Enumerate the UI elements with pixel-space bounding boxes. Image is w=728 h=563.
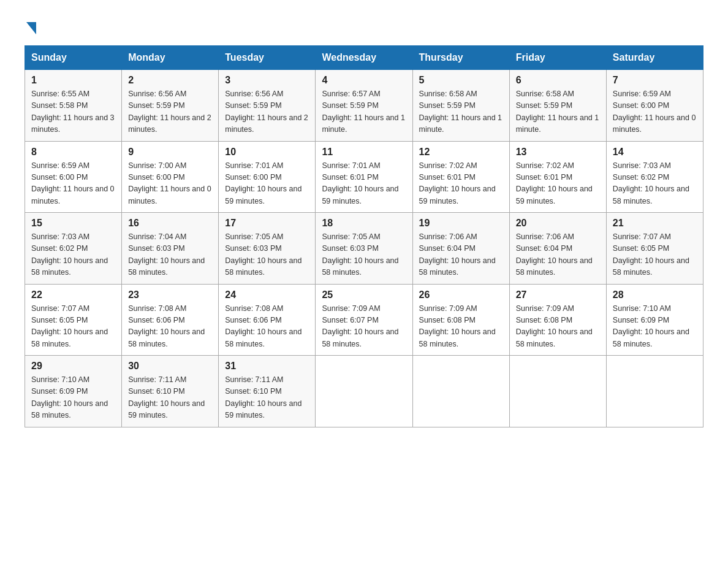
- calendar-cell: 20 Sunrise: 7:06 AMSunset: 6:04 PMDaylig…: [509, 213, 606, 285]
- header-monday: Monday: [122, 46, 219, 70]
- day-info: Sunrise: 6:56 AMSunset: 5:59 PMDaylight:…: [128, 90, 211, 134]
- week-row-2: 8 Sunrise: 6:59 AMSunset: 6:00 PMDayligh…: [25, 141, 703, 213]
- day-number: 10: [225, 147, 309, 158]
- day-number: 15: [31, 218, 115, 229]
- calendar-cell: 19 Sunrise: 7:06 AMSunset: 6:04 PMDaylig…: [412, 213, 509, 285]
- calendar-cell: 29 Sunrise: 7:10 AMSunset: 6:09 PMDaylig…: [25, 356, 122, 427]
- week-row-4: 22 Sunrise: 7:07 AMSunset: 6:05 PMDaylig…: [25, 284, 703, 356]
- day-number: 7: [613, 75, 697, 86]
- day-info: Sunrise: 7:09 AMSunset: 6:08 PMDaylight:…: [419, 304, 496, 348]
- calendar-cell: [509, 356, 606, 427]
- day-info: Sunrise: 7:09 AMSunset: 6:07 PMDaylight:…: [322, 304, 398, 348]
- day-info: Sunrise: 7:11 AMSunset: 6:10 PMDaylight:…: [128, 375, 205, 419]
- calendar-cell: 30 Sunrise: 7:11 AMSunset: 6:10 PMDaylig…: [122, 356, 219, 427]
- day-info: Sunrise: 6:56 AMSunset: 5:59 PMDaylight:…: [225, 90, 308, 134]
- page-header: [25, 18, 703, 34]
- header-thursday: Thursday: [412, 46, 509, 70]
- calendar-cell: 5 Sunrise: 6:58 AMSunset: 5:59 PMDayligh…: [412, 70, 509, 142]
- day-number: 12: [419, 147, 503, 158]
- week-row-3: 15 Sunrise: 7:03 AMSunset: 6:02 PMDaylig…: [25, 213, 703, 285]
- day-number: 25: [322, 289, 406, 301]
- day-info: Sunrise: 7:08 AMSunset: 6:06 PMDaylight:…: [225, 304, 301, 348]
- calendar-cell: 31 Sunrise: 7:11 AMSunset: 6:10 PMDaylig…: [219, 356, 316, 427]
- calendar-cell: [316, 356, 412, 427]
- day-info: Sunrise: 7:05 AMSunset: 6:03 PMDaylight:…: [225, 232, 301, 277]
- day-number: 13: [516, 147, 600, 158]
- calendar-cell: 8 Sunrise: 6:59 AMSunset: 6:00 PMDayligh…: [25, 141, 122, 213]
- calendar-cell: 4 Sunrise: 6:57 AMSunset: 5:59 PMDayligh…: [316, 70, 412, 142]
- day-number: 2: [128, 75, 212, 86]
- calendar-cell: 12 Sunrise: 7:02 AMSunset: 6:01 PMDaylig…: [412, 141, 509, 213]
- calendar-cell: 10 Sunrise: 7:01 AMSunset: 6:00 PMDaylig…: [219, 141, 316, 213]
- day-info: Sunrise: 7:11 AMSunset: 6:10 PMDaylight:…: [225, 375, 301, 419]
- day-info: Sunrise: 7:05 AMSunset: 6:03 PMDaylight:…: [322, 232, 398, 277]
- calendar-cell: 26 Sunrise: 7:09 AMSunset: 6:08 PMDaylig…: [412, 284, 509, 356]
- day-info: Sunrise: 7:07 AMSunset: 6:05 PMDaylight:…: [31, 304, 108, 348]
- day-number: 1: [31, 75, 115, 86]
- week-row-5: 29 Sunrise: 7:10 AMSunset: 6:09 PMDaylig…: [25, 356, 703, 427]
- day-number: 29: [31, 361, 115, 372]
- day-info: Sunrise: 7:10 AMSunset: 6:09 PMDaylight:…: [613, 304, 689, 348]
- day-info: Sunrise: 7:10 AMSunset: 6:09 PMDaylight:…: [31, 375, 108, 419]
- day-info: Sunrise: 7:08 AMSunset: 6:06 PMDaylight:…: [128, 304, 205, 348]
- day-info: Sunrise: 6:57 AMSunset: 5:59 PMDaylight:…: [322, 90, 405, 134]
- calendar-cell: 21 Sunrise: 7:07 AMSunset: 6:05 PMDaylig…: [606, 213, 703, 285]
- day-number: 16: [128, 218, 212, 229]
- day-number: 14: [613, 147, 697, 158]
- day-info: Sunrise: 6:55 AMSunset: 5:58 PMDaylight:…: [31, 90, 115, 134]
- day-info: Sunrise: 6:58 AMSunset: 5:59 PMDaylight:…: [419, 90, 502, 134]
- day-info: Sunrise: 7:09 AMSunset: 6:08 PMDaylight:…: [516, 304, 593, 348]
- calendar-cell: 16 Sunrise: 7:04 AMSunset: 6:03 PMDaylig…: [122, 213, 219, 285]
- calendar-cell: 28 Sunrise: 7:10 AMSunset: 6:09 PMDaylig…: [606, 284, 703, 356]
- day-info: Sunrise: 7:01 AMSunset: 6:00 PMDaylight:…: [225, 161, 301, 205]
- calendar-cell: 6 Sunrise: 6:58 AMSunset: 5:59 PMDayligh…: [509, 70, 606, 142]
- day-number: 17: [225, 218, 309, 229]
- calendar-cell: 25 Sunrise: 7:09 AMSunset: 6:07 PMDaylig…: [316, 284, 412, 356]
- day-info: Sunrise: 7:06 AMSunset: 6:04 PMDaylight:…: [516, 232, 593, 277]
- calendar-cell: [606, 356, 703, 427]
- header-sunday: Sunday: [25, 46, 122, 70]
- day-info: Sunrise: 7:02 AMSunset: 6:01 PMDaylight:…: [516, 161, 593, 205]
- day-info: Sunrise: 6:59 AMSunset: 6:00 PMDaylight:…: [31, 161, 115, 205]
- day-number: 31: [225, 361, 309, 372]
- logo: [25, 18, 36, 34]
- day-number: 26: [419, 289, 503, 301]
- day-number: 21: [613, 218, 697, 229]
- calendar-table: SundayMondayTuesdayWednesdayThursdayFrid…: [25, 45, 703, 427]
- calendar-cell: 13 Sunrise: 7:02 AMSunset: 6:01 PMDaylig…: [509, 141, 606, 213]
- calendar-cell: 11 Sunrise: 7:01 AMSunset: 6:01 PMDaylig…: [316, 141, 412, 213]
- calendar-cell: 27 Sunrise: 7:09 AMSunset: 6:08 PMDaylig…: [509, 284, 606, 356]
- calendar-cell: 22 Sunrise: 7:07 AMSunset: 6:05 PMDaylig…: [25, 284, 122, 356]
- week-row-1: 1 Sunrise: 6:55 AMSunset: 5:58 PMDayligh…: [25, 70, 703, 142]
- calendar-cell: 18 Sunrise: 7:05 AMSunset: 6:03 PMDaylig…: [316, 213, 412, 285]
- header-wednesday: Wednesday: [316, 46, 412, 70]
- day-number: 4: [322, 75, 406, 86]
- day-number: 27: [516, 289, 600, 301]
- header-row: SundayMondayTuesdayWednesdayThursdayFrid…: [25, 46, 703, 70]
- header-friday: Friday: [509, 46, 606, 70]
- logo-arrow-icon: [26, 22, 36, 34]
- calendar-cell: 9 Sunrise: 7:00 AMSunset: 6:00 PMDayligh…: [122, 141, 219, 213]
- day-number: 22: [31, 289, 115, 301]
- day-number: 11: [322, 147, 406, 158]
- calendar-cell: 1 Sunrise: 6:55 AMSunset: 5:58 PMDayligh…: [25, 70, 122, 142]
- day-number: 9: [128, 147, 212, 158]
- day-info: Sunrise: 6:59 AMSunset: 6:00 PMDaylight:…: [613, 90, 696, 134]
- calendar-cell: 15 Sunrise: 7:03 AMSunset: 6:02 PMDaylig…: [25, 213, 122, 285]
- day-number: 24: [225, 289, 309, 301]
- calendar-cell: [412, 356, 509, 427]
- day-number: 8: [31, 147, 115, 158]
- calendar-cell: 23 Sunrise: 7:08 AMSunset: 6:06 PMDaylig…: [122, 284, 219, 356]
- day-number: 6: [516, 75, 600, 86]
- day-number: 19: [419, 218, 503, 229]
- day-info: Sunrise: 7:00 AMSunset: 6:00 PMDaylight:…: [128, 161, 211, 205]
- calendar-cell: 2 Sunrise: 6:56 AMSunset: 5:59 PMDayligh…: [122, 70, 219, 142]
- calendar-cell: 14 Sunrise: 7:03 AMSunset: 6:02 PMDaylig…: [606, 141, 703, 213]
- day-number: 28: [613, 289, 697, 301]
- day-number: 23: [128, 289, 212, 301]
- calendar-cell: 7 Sunrise: 6:59 AMSunset: 6:00 PMDayligh…: [606, 70, 703, 142]
- day-number: 20: [516, 218, 600, 229]
- day-number: 30: [128, 361, 212, 372]
- day-info: Sunrise: 7:02 AMSunset: 6:01 PMDaylight:…: [419, 161, 496, 205]
- calendar-cell: 3 Sunrise: 6:56 AMSunset: 5:59 PMDayligh…: [219, 70, 316, 142]
